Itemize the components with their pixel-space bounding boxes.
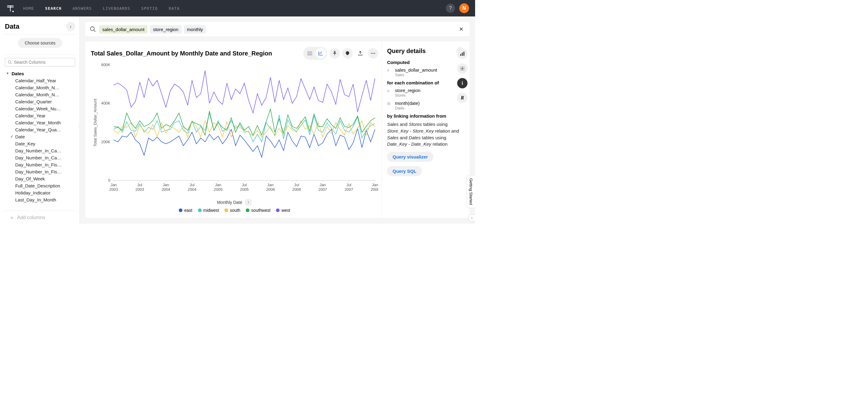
- svg-text:2008: 2008: [371, 187, 378, 192]
- nav-search[interactable]: SEARCH: [45, 6, 62, 11]
- svg-text:Jan: Jan: [268, 182, 274, 187]
- pin-button[interactable]: [330, 48, 340, 59]
- legend-item[interactable]: west: [276, 208, 290, 213]
- tree-item[interactable]: Last_Day_In_Month: [5, 196, 72, 203]
- svg-text:Total Sales_Dollar_Amount: Total Sales_Dollar_Amount: [93, 99, 97, 147]
- rail-chart-config-button[interactable]: [457, 49, 467, 59]
- tree-item[interactable]: Calendar_Year: [5, 112, 72, 119]
- svg-text:Jul: Jul: [189, 182, 194, 187]
- legend-item[interactable]: south: [224, 208, 240, 213]
- query-details-panel: Query details ✕ Computed #sales_dollar_a…: [381, 41, 470, 218]
- tree-item[interactable]: Calendar_Year_Qua…: [5, 126, 72, 133]
- svg-rect-47: [462, 53, 463, 56]
- nav-data[interactable]: DATA: [169, 6, 180, 11]
- tree-item[interactable]: Calendar_Half_Year: [5, 77, 72, 84]
- details-title: Query details: [387, 48, 426, 55]
- search-columns-input[interactable]: [14, 60, 72, 65]
- user-avatar[interactable]: N: [459, 3, 469, 13]
- tree-item[interactable]: Calendar_Month_N…: [5, 84, 72, 91]
- search-bar[interactable]: sales_dollar_amountstore_regionmonthly ✕: [85, 22, 470, 36]
- tree-item[interactable]: Holiday_Indicator: [5, 189, 72, 196]
- chart-view-button[interactable]: [315, 48, 326, 59]
- sidebar-title: Data: [5, 23, 20, 30]
- svg-point-2: [90, 27, 94, 31]
- svg-text:2003: 2003: [109, 187, 118, 192]
- svg-text:2005: 2005: [214, 187, 223, 192]
- column-tree: Dates Calendar_Half_YearCalendar_Month_N…: [4, 69, 76, 211]
- legend-item[interactable]: east: [179, 208, 192, 213]
- svg-text:Jan: Jan: [215, 182, 221, 187]
- tree-item[interactable]: Day_Number_In_Ca…: [5, 154, 72, 161]
- svg-point-1: [8, 60, 11, 63]
- svg-text:Jan: Jan: [372, 182, 378, 187]
- share-button[interactable]: [355, 48, 366, 59]
- legend-item[interactable]: southwest: [246, 208, 271, 213]
- svg-text:200K: 200K: [101, 140, 110, 144]
- tree-item[interactable]: Calendar_Week_Nu…: [5, 105, 72, 112]
- help-button[interactable]: ?: [446, 4, 455, 13]
- logo[interactable]: [6, 4, 14, 12]
- tree-group-dates[interactable]: Dates: [5, 70, 76, 77]
- tree-item[interactable]: Day_Number_In_Fis…: [5, 161, 72, 168]
- query-visualizer-button[interactable]: Query visualizer: [387, 152, 433, 162]
- svg-text:Jan: Jan: [163, 182, 169, 187]
- computed-row: #sales_dollar_amountSales: [387, 67, 464, 77]
- linking-label: by linking information from: [387, 113, 464, 119]
- svg-text:600K: 600K: [101, 62, 110, 67]
- nav-liveboards[interactable]: LIVEBOARDS: [103, 6, 130, 11]
- svg-point-49: [462, 68, 463, 69]
- search-pill[interactable]: store_region: [150, 25, 181, 33]
- clear-search-button[interactable]: ✕: [457, 25, 465, 33]
- search-pill[interactable]: sales_dollar_amount: [99, 25, 147, 33]
- rail-r-button[interactable]: R: [457, 93, 467, 103]
- query-sql-button[interactable]: Query SQL: [387, 166, 422, 176]
- combination-row: ⊞month(date)Dates: [387, 100, 464, 110]
- nav-answers[interactable]: ANSWERS: [72, 6, 92, 11]
- svg-text:2006: 2006: [266, 187, 275, 192]
- tree-item[interactable]: Date_Key: [5, 140, 72, 147]
- tree-item[interactable]: Day_Of_Week: [5, 175, 72, 182]
- tree-item[interactable]: Day_Number_In_Ca…: [5, 147, 72, 154]
- linking-text: Sales and Stores tables using Store_Key …: [387, 121, 464, 147]
- getting-started-chevron[interactable]: ‹: [468, 214, 475, 221]
- tree-item[interactable]: Calendar_Year_Month: [5, 119, 72, 126]
- tree-item[interactable]: Date: [5, 133, 72, 140]
- svg-text:2006: 2006: [292, 187, 301, 192]
- topbar: HOMESEARCHANSWERSLIVEBOARDSSPOTIQDATA ? …: [0, 0, 475, 17]
- computed-label: Computed: [387, 60, 464, 65]
- table-view-button[interactable]: [305, 48, 315, 59]
- svg-point-5: [373, 53, 374, 54]
- search-pill[interactable]: monthly: [184, 25, 206, 33]
- getting-started-tab[interactable]: Getting Started: [467, 175, 475, 208]
- tree-item[interactable]: Calendar_Month_N…: [5, 91, 72, 98]
- rail-info-button[interactable]: i: [457, 78, 467, 88]
- svg-text:400K: 400K: [101, 101, 110, 106]
- tree-item[interactable]: Day_Number_In_Fis…: [5, 168, 72, 175]
- search-icon: [90, 26, 96, 33]
- svg-text:Jul: Jul: [242, 182, 247, 187]
- search-columns-field[interactable]: [5, 58, 75, 66]
- tree-item[interactable]: Calendar_Quarter: [5, 98, 72, 105]
- more-button[interactable]: [368, 48, 378, 59]
- svg-point-4: [371, 53, 372, 54]
- svg-rect-46: [460, 54, 461, 56]
- svg-text:2004: 2004: [161, 187, 170, 192]
- svg-text:2004: 2004: [188, 187, 196, 192]
- svg-text:Jul: Jul: [346, 182, 351, 187]
- sort-x-button[interactable]: ↑: [245, 199, 252, 206]
- chart-title: Total Sales_Dollar_Amount by Monthly Dat…: [91, 50, 272, 57]
- choose-sources-button[interactable]: Choose sources: [18, 38, 62, 48]
- svg-rect-48: [464, 52, 464, 56]
- collapse-sidebar-button[interactable]: ‹: [66, 22, 75, 31]
- svg-text:Jan: Jan: [111, 182, 117, 187]
- rail-settings-button[interactable]: [457, 63, 467, 74]
- svg-text:2007: 2007: [318, 187, 327, 192]
- nav-spotiq[interactable]: SPOTIQ: [141, 6, 158, 11]
- add-columns-button[interactable]: ＋ Add columns: [4, 211, 76, 224]
- legend-item[interactable]: midwest: [198, 208, 219, 213]
- svg-text:Jan: Jan: [319, 182, 326, 187]
- nav-home[interactable]: HOME: [23, 6, 34, 11]
- line-chart[interactable]: 0200K400K600KTotal Sales_Dollar_AmountJa…: [91, 62, 378, 197]
- tree-item[interactable]: Full_Date_Description: [5, 182, 72, 189]
- spotiq-button[interactable]: [342, 48, 353, 59]
